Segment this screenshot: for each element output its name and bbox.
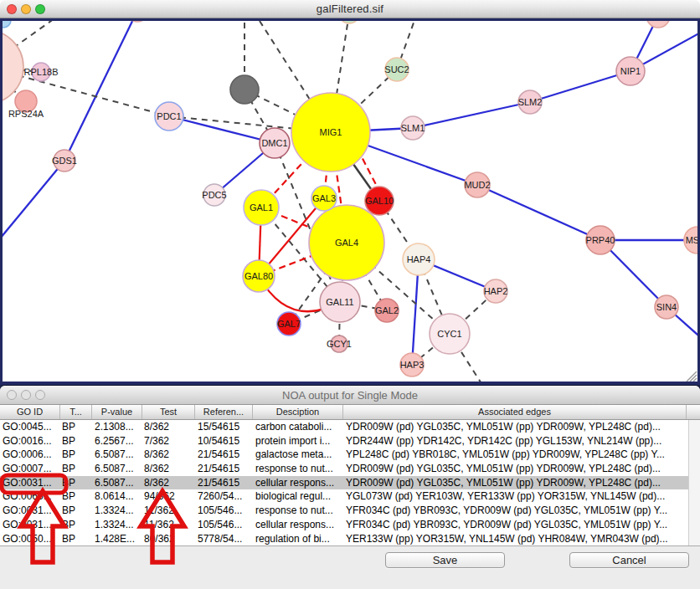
node-label: PDC1 (157, 111, 181, 121)
noa-window-title: NOA output for Single Mode (0, 389, 700, 402)
cell-test[interactable]: 80/362 (144, 532, 194, 546)
cell-type[interactable]: BP (62, 518, 91, 532)
cell-type[interactable]: BP (62, 448, 91, 462)
table-row[interactable]: GO:0045...BP2.1308...8/36215/54615carbon… (0, 420, 700, 434)
cell-go-id[interactable]: GO:0031... (3, 518, 59, 532)
table-row[interactable]: GO:0006...BP6.5087...8/36221/54615galact… (0, 448, 700, 462)
cell-associated-edges[interactable]: YDR009W (pd) YGL035C, YML051W (pp) YDR00… (346, 476, 687, 490)
graph-window: RPL18BRPS24AGDS1PDC1DMC1MIG1SUC2SLM1SLM2… (0, 0, 700, 385)
table-row[interactable]: GO:0031...BP1.3324...11/362105/546...cel… (0, 518, 700, 532)
cell-go-id[interactable]: GO:0065... (3, 489, 59, 504)
resize-grip-icon[interactable] (690, 375, 697, 382)
cell-description[interactable]: biological regul... (255, 489, 342, 504)
cell-reference[interactable]: 5778/54... (198, 532, 252, 546)
node-label: PRP40 (586, 235, 615, 245)
cell-p-value[interactable]: 6.5087... (95, 448, 141, 462)
column-header-type[interactable]: T... (60, 405, 92, 419)
cell-reference[interactable]: 105/546... (198, 504, 252, 518)
cell-go-id[interactable]: GO:0031... (3, 476, 59, 490)
cell-reference[interactable]: 21/54615 (198, 448, 252, 462)
cell-p-value[interactable]: 6.2567... (95, 434, 141, 448)
table-row[interactable]: GO:0031...BP1.3324...11/362105/546...res… (0, 504, 700, 518)
column-header-associated-edges[interactable]: Associated edges (343, 405, 687, 419)
cell-type[interactable]: BP (62, 476, 91, 490)
cell-p-value[interactable]: 1.3324... (95, 504, 141, 518)
table-row[interactable]: GO:0065...BP8.0614...94/3627260/54...bio… (0, 489, 700, 504)
resize-grip-icon[interactable] (693, 378, 697, 382)
save-button[interactable]: Save (385, 552, 505, 568)
cell-description[interactable]: cellular respons... (255, 518, 342, 532)
node-label: SLM1 (401, 123, 425, 133)
cell-p-value[interactable]: 6.5087... (95, 462, 141, 476)
cell-type[interactable]: BP (62, 532, 91, 546)
cell-associated-edges[interactable]: YDR009W (pd) YGL035C, YML051W (pp) YDR00… (346, 462, 687, 476)
cell-p-value[interactable]: 2.1308... (95, 420, 141, 434)
cancel-button[interactable]: Cancel (569, 552, 689, 568)
cell-associated-edges[interactable]: YDR244W (pp) YDR142C, YDR142C (pp) YGL15… (346, 434, 687, 448)
cell-reference[interactable]: 7260/54... (198, 489, 252, 504)
cell-description[interactable]: cellular respons... (255, 476, 342, 490)
cell-associated-edges[interactable]: YDR009W (pd) YGL035C, YML051W (pp) YDR00… (346, 420, 687, 434)
column-header-reference[interactable]: Referen... (195, 405, 253, 419)
cell-description[interactable]: response to nut... (255, 504, 342, 518)
cell-description[interactable]: carbon cataboli... (255, 420, 342, 434)
cell-description[interactable]: regulation of bi... (255, 532, 342, 546)
cell-go-id[interactable]: GO:0031... (3, 504, 59, 518)
table-row[interactable]: GO:0031...BP6.5087...8/36221/54615cellul… (0, 476, 689, 490)
column-header-go-id[interactable]: GO ID (0, 405, 60, 419)
node-label: SLM2 (518, 97, 543, 107)
node-label: GAL7 (277, 319, 301, 329)
cell-test[interactable]: 8/362 (144, 476, 194, 490)
cell-go-id[interactable]: GO:0016... (3, 434, 59, 448)
cell-reference[interactable]: 21/54615 (198, 476, 252, 490)
cell-associated-edges[interactable]: YFR034C (pd) YBR093C, YDR009W (pd) YGL03… (346, 518, 687, 532)
cell-test[interactable]: 11/362 (144, 518, 194, 532)
graph-window-titlebar[interactable]: galFiltered.sif (0, 0, 700, 18)
node-label: GAL11 (326, 297, 353, 307)
cell-associated-edges[interactable]: YPL248C (pd) YBR018C, YML051W (pp) YDR00… (346, 448, 687, 462)
column-header-description[interactable]: Desciption (253, 405, 343, 419)
node-label: GAL10 (365, 196, 394, 206)
cell-description[interactable]: response to nut... (255, 462, 342, 476)
cell-go-id[interactable]: GO:0045... (3, 420, 59, 434)
cell-test[interactable]: 8/362 (144, 462, 194, 476)
cell-associated-edges[interactable]: YGL073W (pd) YER103W, YER133W (pp) YOR31… (346, 489, 687, 504)
cell-type[interactable]: BP (62, 420, 91, 434)
cell-reference[interactable]: 15/54615 (198, 420, 252, 434)
node-label: MIG1 (320, 127, 342, 137)
cell-p-value[interactable]: 8.0614... (95, 489, 141, 504)
cell-test[interactable]: 94/362 (144, 489, 194, 504)
cell-go-id[interactable]: GO:0006... (3, 448, 59, 462)
cell-type[interactable]: BP (62, 434, 91, 448)
cell-reference[interactable]: 21/54615 (198, 462, 252, 476)
cell-test[interactable]: 7/362 (144, 434, 194, 448)
column-header-p-value[interactable]: P-value (92, 405, 142, 419)
table-row[interactable]: GO:0007...BP6.5087...8/36221/54615respon… (0, 462, 700, 476)
graph-window-title: galFiltered.sif (0, 3, 700, 15)
cell-associated-edges[interactable]: YFR034C (pd) YBR093C, YDR009W (pd) YGL03… (346, 504, 687, 518)
cell-go-id[interactable]: GO:0050... (3, 532, 59, 546)
cell-type[interactable]: BP (62, 489, 91, 504)
table-header: GO IDT...P-valueTestReferen...Desciption… (0, 405, 700, 420)
cell-p-value[interactable]: 6.5087... (95, 476, 141, 490)
cell-go-id[interactable]: GO:0007... (3, 462, 59, 476)
cell-reference[interactable]: 10/54615 (198, 434, 252, 448)
cell-description[interactable]: protein import i... (255, 434, 342, 448)
cell-reference[interactable]: 105/546... (198, 518, 252, 532)
cell-p-value[interactable]: 1.3324... (95, 518, 141, 532)
table-row[interactable]: GO:0016...BP6.2567...7/36210/54615protei… (0, 434, 700, 448)
network-canvas[interactable]: RPL18BRPS24AGDS1PDC1DMC1MIG1SUC2SLM1SLM2… (0, 0, 700, 385)
cell-associated-edges[interactable]: YER133W (pp) YOR315W, YNL145W (pd) YHR08… (346, 532, 687, 546)
cell-description[interactable]: galactose meta... (255, 448, 342, 462)
table-row[interactable]: GO:0050...BP1.428E...80/3625778/54...reg… (0, 532, 700, 546)
cell-test[interactable]: 8/362 (144, 420, 194, 434)
column-header-test[interactable]: Test (142, 405, 195, 419)
cell-p-value[interactable]: 1.428E... (95, 532, 141, 546)
cell-test[interactable]: 8/362 (144, 448, 194, 462)
noa-window-titlebar[interactable]: NOA output for Single Mode (0, 386, 700, 405)
cell-type[interactable]: BP (62, 462, 91, 476)
vertical-scrollbar[interactable] (689, 420, 700, 545)
cell-test[interactable]: 11/362 (144, 504, 194, 518)
node-gray-node[interactable] (230, 75, 259, 104)
cell-type[interactable]: BP (62, 504, 91, 518)
